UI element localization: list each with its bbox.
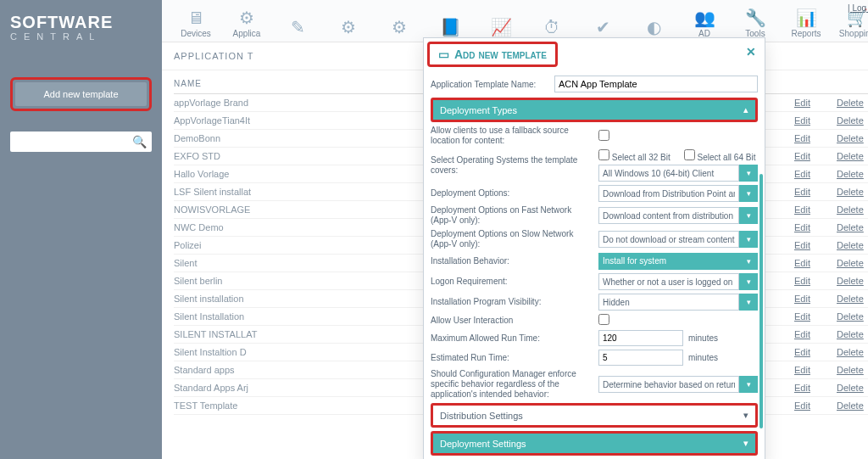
nav-label: Applica [233, 29, 261, 38]
fallback-checkbox[interactable] [598, 130, 609, 141]
enforce-select[interactable] [598, 376, 739, 393]
edit-link[interactable]: Edit [794, 311, 837, 322]
delete-link[interactable]: Delete [837, 204, 868, 215]
delete-link[interactable]: Delete [837, 329, 868, 339]
template-name-input[interactable] [554, 76, 758, 92]
delete-link[interactable]: Delete [837, 169, 868, 179]
nav-item-icon[interactable]: ⚙ [323, 13, 374, 42]
delete-link[interactable]: Delete [837, 311, 868, 322]
edit-link[interactable]: Edit [794, 329, 837, 339]
chevron-down-icon[interactable]: ▾ [739, 231, 758, 248]
slow-select[interactable] [598, 231, 739, 248]
search-icon[interactable]: 🔍 [132, 135, 147, 148]
delete-link[interactable]: Delete [837, 347, 868, 357]
scrollbar[interactable] [760, 174, 763, 428]
edit-link[interactable]: Edit [794, 187, 837, 197]
nav-icon: 👥 [679, 7, 730, 29]
edit-link[interactable]: Edit [794, 383, 837, 393]
visibility-select[interactable] [598, 294, 739, 311]
delete-link[interactable]: Delete [837, 187, 868, 197]
nav-icon: ⚙ [221, 7, 272, 29]
user-inter-checkbox[interactable] [598, 314, 609, 325]
edit-link[interactable]: Edit [794, 98, 837, 108]
edit-link[interactable]: Edit [794, 365, 837, 375]
nav-item-ad[interactable]: 👥AD [679, 3, 730, 42]
chevron-down-icon[interactable]: ▾ [739, 185, 758, 202]
delete-link[interactable]: Delete [837, 383, 868, 393]
fallback-label: Allow clients to use a fallback source l… [431, 126, 592, 146]
delete-link[interactable]: Delete [837, 151, 868, 161]
edit-link[interactable]: Edit [794, 169, 837, 179]
search-box[interactable]: 🔍 [10, 132, 152, 152]
chevron-down-icon[interactable]: ▾ [739, 165, 758, 182]
install-beh-select[interactable]: Install for system [598, 253, 739, 270]
nav-icon: 🖥 [170, 7, 221, 29]
edit-link[interactable]: Edit [794, 294, 837, 304]
search-input[interactable] [15, 137, 132, 147]
delete-link[interactable]: Delete [837, 133, 868, 143]
add-template-modal: ✕ ▭ Add new template Application Templat… [423, 37, 765, 459]
nav-item-icon[interactable]: ⚙ [374, 13, 425, 42]
select-64-checkbox[interactable] [684, 149, 695, 160]
nav-icon: ⚙ [323, 16, 374, 38]
nav-label: Reports [791, 29, 821, 38]
select-32-checkbox[interactable] [598, 149, 609, 160]
dep-opts-label: Deployment Options: [431, 188, 592, 199]
nav-icon: ✎ [272, 16, 323, 38]
dep-opts-select[interactable] [598, 185, 739, 202]
brand-main: SOFTWARE [10, 14, 152, 31]
nav-icon: 📘 [425, 16, 476, 38]
window-icon: ▭ [438, 48, 449, 61]
brand-sub: CENTRAL [10, 32, 152, 42]
edit-link[interactable]: Edit [794, 347, 837, 357]
delete-link[interactable]: Delete [837, 365, 868, 375]
fast-select[interactable] [598, 207, 739, 224]
max-run-input[interactable] [598, 330, 683, 346]
nav-item-devices[interactable]: 🖥Devices [170, 3, 221, 42]
chevron-down-icon[interactable]: ▾ [739, 376, 758, 393]
delete-link[interactable]: Delete [837, 98, 868, 108]
delete-link[interactable]: Delete [837, 258, 868, 268]
nav-item-reports[interactable]: 📊Reports [781, 3, 832, 42]
edit-link[interactable]: Edit [794, 276, 837, 286]
chevron-up-icon: ▴ [743, 104, 748, 115]
edit-link[interactable]: Edit [794, 151, 837, 161]
select-os-label: Select Operating Systems the template co… [431, 155, 592, 176]
edit-link[interactable]: Edit [794, 133, 837, 143]
nav-item-icon[interactable]: ✎ [272, 13, 323, 42]
nav-item-applica[interactable]: ⚙Applica [221, 3, 272, 42]
edit-link[interactable]: Edit [794, 222, 837, 232]
chevron-down-icon[interactable]: ▾ [739, 253, 758, 270]
nav-item-tools[interactable]: 🔧Tools [730, 3, 781, 42]
edit-link[interactable]: Edit [794, 400, 837, 411]
nav-icon: 📈 [476, 16, 526, 38]
delete-link[interactable]: Delete [837, 115, 868, 126]
nav-icon: ✔ [577, 16, 628, 38]
chevron-down-icon[interactable]: ▾ [739, 294, 758, 311]
nav-icon: ⏱ [526, 16, 577, 38]
section-deployment-settings[interactable]: Deployment Settings ▾ [431, 431, 758, 456]
edit-link[interactable]: Edit [794, 115, 837, 126]
logout-link[interactable]: | Log Out [848, 3, 868, 13]
install-beh-label: Installation Behavior: [431, 256, 592, 266]
edit-link[interactable]: Edit [794, 240, 837, 250]
delete-link[interactable]: Delete [837, 222, 868, 232]
chevron-down-icon[interactable]: ▾ [739, 207, 758, 224]
add-template-button[interactable]: Add new template [15, 82, 147, 106]
unit-label: minutes [688, 333, 739, 343]
add-template-highlight: Add new template [10, 77, 152, 111]
edit-link[interactable]: Edit [794, 204, 837, 215]
os-select[interactable] [598, 165, 739, 182]
edit-link[interactable]: Edit [794, 258, 837, 268]
section-distribution[interactable]: Distribution Settings ▾ [431, 403, 758, 428]
close-icon[interactable]: ✕ [746, 45, 756, 59]
delete-link[interactable]: Delete [837, 276, 868, 286]
chevron-down-icon[interactable]: ▾ [739, 273, 758, 290]
delete-link[interactable]: Delete [837, 400, 868, 411]
section-deployment-types[interactable]: Deployment Types ▴ [431, 98, 758, 122]
logon-select[interactable] [598, 273, 739, 290]
logon-label: Logon Requirement: [431, 277, 592, 287]
delete-link[interactable]: Delete [837, 294, 868, 304]
delete-link[interactable]: Delete [837, 240, 868, 250]
est-run-input[interactable] [598, 350, 683, 366]
